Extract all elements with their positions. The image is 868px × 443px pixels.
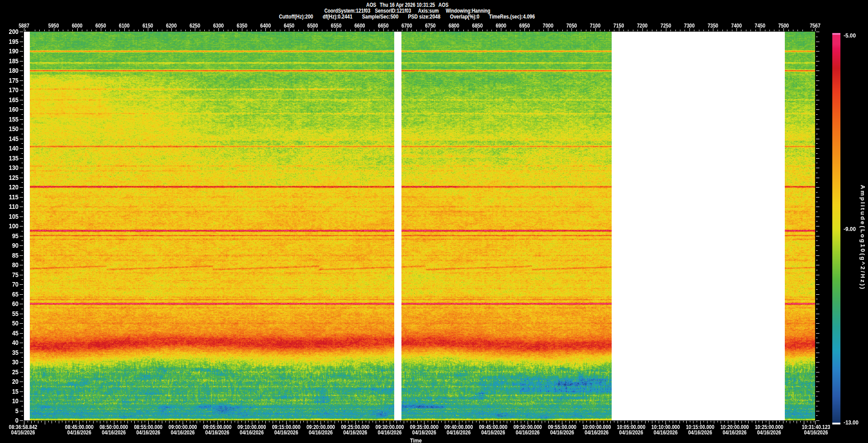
svg-text:6400: 6400: [260, 22, 271, 29]
svg-text:6100: 6100: [119, 22, 130, 29]
svg-text:135: 135: [9, 155, 19, 162]
svg-text:04/16/2026: 04/16/2026: [654, 429, 678, 436]
svg-text:0: 0: [15, 417, 19, 424]
svg-text:04/16/2026: 04/16/2026: [67, 429, 91, 436]
svg-text:30: 30: [12, 358, 19, 366]
svg-text:60: 60: [12, 300, 19, 307]
svg-text:6800: 6800: [448, 22, 459, 29]
svg-text:80: 80: [12, 261, 19, 269]
svg-text:6650: 6650: [378, 22, 389, 29]
svg-text:04/16/2026: 04/16/2026: [447, 429, 471, 436]
svg-text:6950: 6950: [519, 22, 530, 29]
svg-text:6600: 6600: [354, 22, 365, 29]
svg-text:170: 170: [9, 86, 19, 94]
svg-text:25: 25: [12, 368, 19, 376]
svg-text:7200: 7200: [637, 22, 648, 29]
svg-text:200: 200: [9, 28, 19, 35]
svg-text:20: 20: [12, 378, 19, 385]
svg-text:6300: 6300: [213, 22, 224, 29]
svg-text:75: 75: [12, 271, 19, 278]
svg-text:7500: 7500: [778, 22, 789, 29]
svg-text:7350: 7350: [708, 22, 718, 29]
svg-text:190: 190: [9, 47, 19, 55]
svg-text:5887: 5887: [19, 22, 29, 29]
svg-text:6150: 6150: [142, 22, 153, 29]
svg-text:160: 160: [9, 106, 19, 113]
svg-text:04/16/2026: 04/16/2026: [343, 429, 367, 436]
svg-text:6350: 6350: [236, 22, 247, 29]
svg-text:6700: 6700: [401, 22, 412, 29]
svg-text:165: 165: [9, 96, 19, 104]
svg-text:150: 150: [9, 125, 19, 132]
svg-text:35: 35: [12, 349, 19, 356]
svg-text:6900: 6900: [495, 22, 506, 29]
svg-text:65: 65: [12, 291, 19, 298]
svg-text:04/16/2026: 04/16/2026: [274, 429, 298, 436]
svg-text:90: 90: [12, 242, 19, 249]
svg-text:04/16/2026: 04/16/2026: [516, 429, 540, 436]
svg-text:100: 100: [9, 222, 19, 230]
svg-text:04/16/2026: 04/16/2026: [585, 429, 609, 436]
svg-text:70: 70: [12, 281, 19, 288]
svg-text:120: 120: [9, 184, 19, 191]
svg-text:50: 50: [12, 320, 19, 327]
svg-text:7300: 7300: [684, 22, 695, 29]
svg-text:85: 85: [12, 252, 19, 259]
svg-text:-5.00: -5.00: [844, 33, 856, 39]
svg-text:7450: 7450: [755, 22, 765, 29]
svg-text:130: 130: [9, 164, 19, 171]
svg-text:180: 180: [9, 67, 19, 74]
svg-text:04/16/2026: 04/16/2026: [688, 429, 712, 436]
svg-text:105: 105: [9, 213, 19, 220]
svg-text:04/16/2026: 04/16/2026: [171, 429, 195, 436]
svg-text:04/16/2026: 04/16/2026: [757, 429, 781, 436]
svg-text:7400: 7400: [731, 22, 742, 29]
svg-text:-13.00: -13.00: [844, 419, 859, 426]
svg-text:04/16/2026: 04/16/2026: [550, 429, 574, 436]
svg-text:Amplitude(Log10(g^2/Hz)): Amplitude(Log10(g^2/Hz)): [859, 185, 866, 290]
svg-text:6500: 6500: [307, 22, 318, 29]
svg-text:04/16/2026: 04/16/2026: [102, 429, 126, 436]
svg-text:55: 55: [12, 310, 19, 317]
svg-text:7150: 7150: [613, 22, 624, 29]
svg-text:04/16/2026: 04/16/2026: [722, 429, 746, 436]
svg-text:04/16/2026: 04/16/2026: [412, 429, 436, 436]
svg-text:7050: 7050: [566, 22, 577, 29]
svg-text:6200: 6200: [166, 22, 177, 29]
svg-text:10: 10: [12, 397, 19, 405]
svg-text:140: 140: [9, 145, 19, 152]
svg-text:15: 15: [12, 388, 19, 395]
svg-text:04/16/2026: 04/16/2026: [378, 429, 402, 436]
svg-text:40: 40: [12, 339, 19, 346]
svg-text:5: 5: [15, 407, 19, 415]
svg-text:6450: 6450: [284, 22, 295, 29]
svg-text:-9.00: -9.00: [844, 226, 856, 232]
svg-text:04/16/2026: 04/16/2026: [240, 429, 264, 436]
svg-text:125: 125: [9, 174, 19, 181]
svg-text:04/16/2026: 04/16/2026: [205, 429, 229, 436]
svg-text:6550: 6550: [331, 22, 342, 29]
svg-text:7567: 7567: [810, 22, 821, 29]
svg-text:185: 185: [9, 57, 19, 65]
svg-text:7000: 7000: [543, 22, 554, 29]
svg-text:04/16/2026: 04/16/2026: [136, 429, 160, 436]
svg-text:7100: 7100: [590, 22, 601, 29]
svg-text:04/16/2026: 04/16/2026: [481, 429, 505, 436]
svg-text:6050: 6050: [95, 22, 106, 29]
svg-text:04/16/2026: 04/16/2026: [309, 429, 333, 436]
svg-text:7250: 7250: [660, 22, 671, 29]
svg-text:6000: 6000: [72, 22, 83, 29]
svg-text:6850: 6850: [472, 22, 483, 29]
svg-text:145: 145: [9, 135, 19, 142]
svg-text:95: 95: [12, 232, 19, 240]
svg-text:110: 110: [9, 203, 19, 210]
svg-text:155: 155: [9, 116, 19, 123]
svg-text:115: 115: [9, 193, 19, 201]
svg-text:195: 195: [9, 38, 19, 45]
svg-text:6250: 6250: [189, 22, 200, 29]
svg-text:6750: 6750: [425, 22, 436, 29]
svg-text:Time: Time: [410, 438, 422, 443]
svg-text:04/16/2026: 04/16/2026: [11, 429, 35, 436]
svg-text:175: 175: [9, 77, 19, 84]
svg-text:45: 45: [12, 330, 19, 337]
